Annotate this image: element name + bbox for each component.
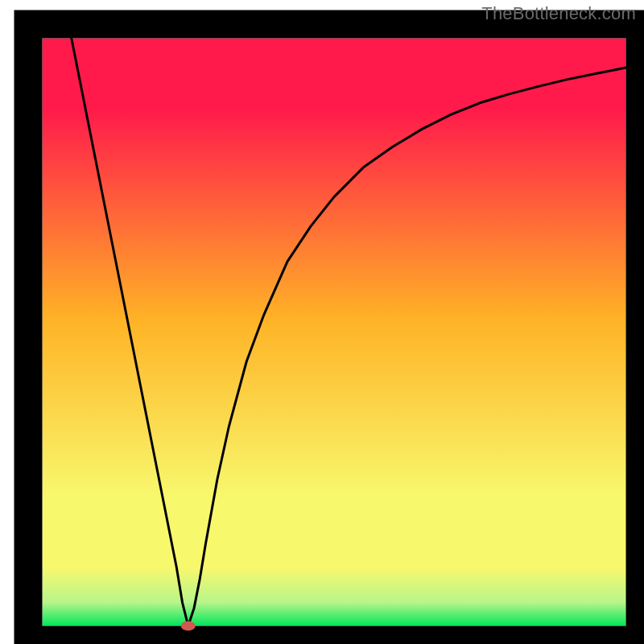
chart-container: TheBottleneck.com (0, 0, 644, 644)
optimal-point-marker (181, 621, 196, 631)
watermark-text: TheBottleneck.com (481, 3, 636, 24)
bottleneck-chart (0, 0, 644, 644)
